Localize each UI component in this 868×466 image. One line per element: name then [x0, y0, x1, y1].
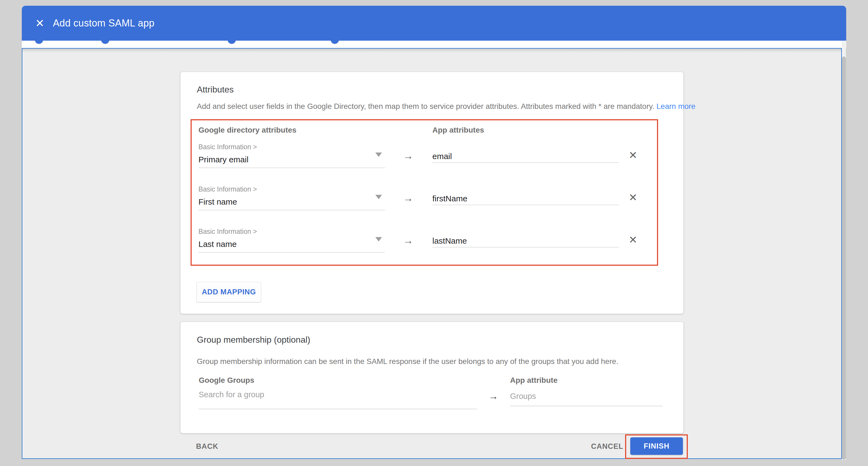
mapping-row: Basic Information > Last name → ✕ — [181, 227, 683, 263]
learn-more-link[interactable]: Learn more — [656, 102, 695, 111]
input-underline — [432, 162, 619, 163]
directory-attribute-select[interactable]: Last name — [198, 239, 237, 249]
remove-mapping-icon[interactable]: ✕ — [627, 149, 639, 162]
mapping-row: Basic Information > First name → ✕ — [181, 185, 683, 221]
app-attribute-input[interactable] — [432, 150, 619, 162]
dialog-header: ✕ Add custom SAML app — [22, 6, 846, 41]
group-card-description: Group membership information can be sent… — [197, 356, 618, 367]
attributes-card-title: Attributes — [197, 84, 234, 95]
cancel-button[interactable]: CANCEL — [591, 441, 623, 451]
app-attribute-input[interactable] — [432, 193, 619, 205]
column-header-google-groups: Google Groups — [199, 375, 254, 386]
groups-attribute-field — [510, 392, 663, 406]
input-underline — [432, 247, 619, 247]
column-header-app-attributes: App attributes — [432, 125, 484, 136]
dialog-title: Add custom SAML app — [53, 18, 155, 29]
app-attribute-input[interactable] — [432, 235, 619, 247]
mapping-row: Basic Information > Primary email → ✕ — [181, 143, 683, 178]
add-mapping-button[interactable]: ADD MAPPING — [196, 282, 261, 302]
arrow-right-icon: → — [489, 391, 498, 402]
group-membership-card: Group membership (optional) Group member… — [181, 322, 683, 433]
input-underline — [432, 205, 619, 205]
attributes-card: Attributes Add and select user fields in… — [181, 72, 683, 314]
scrollbar-thumb[interactable] — [842, 56, 846, 460]
column-header-app-attribute: App attribute — [510, 375, 557, 386]
group-search-input[interactable] — [199, 390, 477, 399]
directory-attribute-category: Basic Information > — [198, 227, 257, 235]
directory-attribute-select[interactable]: Primary email — [198, 155, 248, 165]
remove-mapping-icon[interactable]: ✕ — [627, 191, 639, 204]
back-button[interactable]: BACK — [196, 441, 218, 451]
directory-attribute-category: Basic Information > — [198, 143, 257, 151]
chevron-down-icon[interactable] — [375, 195, 382, 199]
groups-attribute-input[interactable] — [510, 392, 663, 401]
remove-mapping-icon[interactable]: ✕ — [627, 233, 639, 246]
header-gap-strip — [22, 41, 846, 48]
directory-attribute-category: Basic Information > — [198, 185, 257, 193]
finish-button[interactable]: FINISH — [630, 437, 683, 455]
attributes-card-description: Add and select user fields in the Google… — [197, 101, 695, 112]
chevron-down-icon[interactable] — [375, 152, 382, 157]
attributes-description-text: Add and select user fields in the Google… — [197, 102, 654, 111]
chevron-down-icon[interactable] — [375, 237, 382, 241]
group-card-title: Group membership (optional) — [197, 334, 310, 345]
arrow-right-icon: → — [399, 150, 417, 162]
panel-top-shadow — [22, 49, 841, 52]
group-search-field — [199, 390, 477, 409]
select-underline — [198, 210, 385, 210]
select-underline — [198, 252, 385, 253]
directory-attribute-select[interactable]: First name — [198, 197, 237, 207]
column-header-directory-attributes: Google directory attributes — [198, 125, 296, 136]
close-icon[interactable]: ✕ — [34, 18, 46, 29]
select-underline — [198, 168, 385, 168]
arrow-right-icon: → — [399, 234, 417, 246]
arrow-right-icon: → — [399, 192, 417, 204]
